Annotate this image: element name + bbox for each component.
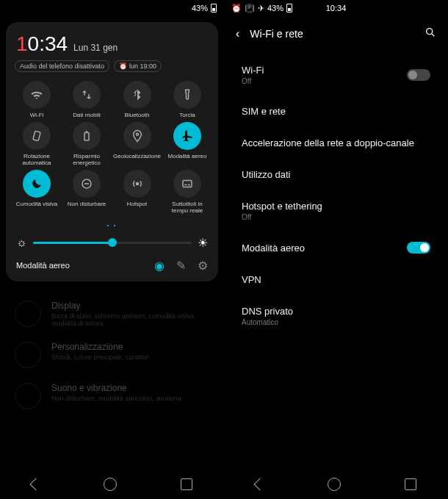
setting-item[interactable]: DNS privatoAutomatico <box>242 295 430 337</box>
battery-icon <box>211 4 217 12</box>
settings-list: Wi-FiOffSIM e reteAccelerazione della re… <box>224 54 448 337</box>
background-settings-dimmed: DisplayBarra di stato, schermo ambient, … <box>0 287 224 437</box>
panel-clock: 10:34 Lun 31 gen <box>13 32 211 56</box>
tile-bluetooth[interactable]: Bluetooth <box>113 81 161 119</box>
status-time: 10:34 <box>326 4 347 12</box>
navbar <box>0 470 224 499</box>
nav-recent[interactable] <box>405 478 416 490</box>
tile-location[interactable]: Geolocalizzazione <box>113 122 161 167</box>
setting-item[interactable]: SIM e rete <box>242 96 430 127</box>
quick-panel: 10:34 Lun 31 gen Audio del telefono disa… <box>6 22 218 281</box>
footer-label: Modalità aereo <box>16 261 70 270</box>
search-icon[interactable] <box>424 26 436 41</box>
navbar <box>224 470 448 499</box>
svg-point-3 <box>136 133 138 135</box>
tile-moon[interactable]: Comodità visiva <box>13 170 60 215</box>
bluetooth-icon <box>123 81 151 109</box>
tile-airplane[interactable]: Modalità aereo <box>164 122 211 167</box>
wifi-icon <box>23 81 51 109</box>
data-icon <box>73 81 101 109</box>
chip-alarm[interactable]: ⏰ lun 19:00 <box>114 60 162 72</box>
airplane-icon: ✈ <box>258 4 264 13</box>
setting-item[interactable]: Utilizzo dati <box>242 159 430 190</box>
screen-quick-settings: 43% 10:34 Lun 31 gen Audio del telefono … <box>0 0 224 499</box>
tile-data[interactable]: Dati mobili <box>63 81 110 119</box>
battery-text: 43% <box>267 4 283 12</box>
brightness-low-icon: ☼ <box>16 236 27 249</box>
tile-wifi[interactable]: Wi-Fi <box>13 81 60 119</box>
brightness-slider-row: ☼ ☀ <box>13 236 211 250</box>
page-indicator: • • <box>13 222 211 229</box>
alarm-icon: ⏰ <box>231 4 242 13</box>
nav-recent[interactable] <box>181 478 192 490</box>
battery-text: 43% <box>192 4 208 12</box>
svg-line-11 <box>432 34 434 36</box>
setting-item[interactable]: Modalità aereo <box>242 231 430 264</box>
rotate-icon <box>23 122 51 150</box>
nav-home[interactable] <box>328 478 341 491</box>
caption-icon <box>173 170 201 198</box>
user-icon[interactable]: ◉ <box>154 259 165 273</box>
battery-icon <box>73 122 101 150</box>
svg-rect-0 <box>33 131 40 141</box>
setting-item[interactable]: Wi-FiOff <box>242 54 430 96</box>
moon-icon <box>23 170 51 198</box>
dim-setting-item: Suono e vibrazioneNon disturbare, modali… <box>15 383 209 409</box>
edit-icon[interactable]: ✎ <box>176 259 186 273</box>
torch-icon <box>173 81 201 109</box>
setting-item[interactable]: VPN <box>242 264 430 295</box>
back-icon[interactable]: ‹ <box>236 27 239 40</box>
hotspot-icon <box>123 170 151 198</box>
svg-rect-1 <box>84 132 89 140</box>
tile-dnd[interactable]: Non disturbare <box>63 170 110 215</box>
svg-point-10 <box>427 29 433 35</box>
settings-header: ‹ Wi-Fi e rete <box>224 16 448 54</box>
tile-rotate[interactable]: Rotazione automatica <box>13 122 60 167</box>
svg-point-6 <box>136 182 138 184</box>
airplane-icon <box>173 122 201 150</box>
tile-caption[interactable]: Sottotitoli in tempo reale <box>164 170 211 215</box>
setting-item[interactable]: Hotspot e tetheringOff <box>242 190 430 231</box>
location-icon <box>123 122 151 150</box>
panel-date: Lun 31 gen <box>73 43 118 53</box>
nav-back[interactable] <box>254 478 267 491</box>
nav-home[interactable] <box>104 478 117 491</box>
dnd-icon <box>73 170 101 198</box>
nav-back[interactable] <box>30 478 43 491</box>
toggle-switch[interactable] <box>407 69 430 81</box>
toggle-switch[interactable] <box>407 242 430 254</box>
tile-hotspot[interactable]: Hotspot <box>113 170 161 215</box>
dim-setting-item: PersonalizzazioneSfondi, colore principa… <box>15 342 209 368</box>
page-title: Wi-Fi e rete <box>250 28 414 40</box>
statusbar: 10:34 ⏰ 📳 ✈ 43% <box>224 0 448 16</box>
dim-setting-item: DisplayBarra di stato, schermo ambient, … <box>15 301 209 327</box>
brightness-slider[interactable] <box>33 242 192 244</box>
tile-battery[interactable]: Risparmio energetico <box>63 122 110 167</box>
tile-torch[interactable]: Torcia <box>164 81 211 119</box>
vibrate-icon: 📳 <box>245 4 255 13</box>
statusbar: 43% <box>0 0 224 16</box>
screen-wifi-settings: 10:34 ⏰ 📳 ✈ 43% ‹ Wi-Fi e rete Wi-FiOffS… <box>224 0 448 499</box>
setting-item[interactable]: Accelerazione della rete a doppio-canale <box>242 127 430 159</box>
brightness-high-icon: ☀ <box>198 236 208 250</box>
gear-icon[interactable]: ⚙ <box>198 259 208 273</box>
time-hour-leading: 1 <box>16 32 28 55</box>
chip-audio-off[interactable]: Audio del telefono disattivato <box>15 60 109 72</box>
quick-tiles-grid: Wi-FiDati mobiliBluetoothTorciaRotazione… <box>13 81 211 215</box>
svg-rect-7 <box>183 180 192 187</box>
battery-icon <box>286 4 292 12</box>
